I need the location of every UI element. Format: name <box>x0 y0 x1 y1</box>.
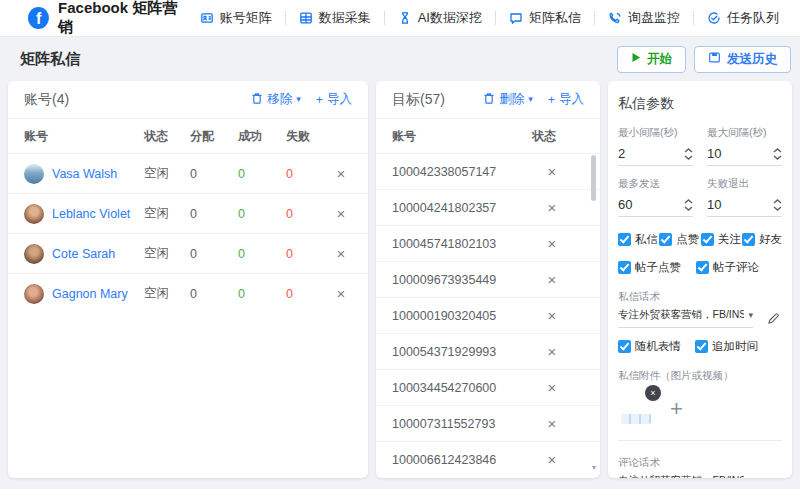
account-status: 空闲 <box>144 285 190 302</box>
page-title: 矩阵私信 <box>20 50 80 69</box>
stepper-up-button[interactable] <box>773 148 782 153</box>
send-history-button[interactable]: 发送历史 <box>694 46 791 73</box>
max-send-input[interactable]: 60 <box>618 197 693 217</box>
comment-script-select[interactable]: 专注外贸获客营销，FB/INS/WS... ▾ <box>618 474 753 478</box>
chat-bubble-icon <box>509 11 523 25</box>
nav-item-label: 矩阵私信 <box>529 9 581 27</box>
checkbox-follow[interactable]: 关注 <box>701 232 741 247</box>
max-interval-input[interactable]: 10 <box>707 146 782 166</box>
account-name-link[interactable]: Gagnon Mary <box>52 287 128 301</box>
stepper-down-button[interactable] <box>773 206 782 211</box>
remove-target-button[interactable]: × <box>544 306 561 325</box>
fail-exit-value: 10 <box>707 197 721 212</box>
dm-params-panel: 私信参数 最小间隔(秒) 2 最大间隔(秒) 10 <box>608 81 792 478</box>
account-assigned-count: 0 <box>190 207 238 221</box>
min-interval-input[interactable]: 2 <box>618 146 693 166</box>
remove-accounts-button[interactable]: 移除 ▾ <box>251 91 301 108</box>
remove-target-button[interactable]: × <box>544 234 561 253</box>
stepper-down-button[interactable] <box>773 155 782 160</box>
stepper-up-button[interactable] <box>684 148 693 153</box>
account-name-link[interactable]: Leblanc Violet <box>52 207 130 221</box>
column-header-status: 状态 <box>520 128 584 145</box>
nav-item-data-collection[interactable]: 数据采集 <box>286 9 384 27</box>
remove-target-button[interactable]: × <box>544 414 561 433</box>
remove-attachment-button[interactable]: × <box>645 385 661 401</box>
column-header-failed: 失败 <box>286 128 330 145</box>
account-assigned-count: 0 <box>190 287 238 301</box>
delete-targets-button[interactable]: 删除 ▾ <box>483 91 533 108</box>
nav-item-ai-mining[interactable]: AI数据深挖 <box>385 9 495 27</box>
add-attachment-button[interactable]: + <box>670 398 683 420</box>
accounts-panel-header: 账号(4) 移除 ▾ + 导入 <box>8 81 368 119</box>
checkbox-friend[interactable]: 好友 <box>742 232 782 247</box>
account-status: 空闲 <box>144 165 190 182</box>
app-title: Facebook 矩阵营销 <box>58 0 187 37</box>
remove-target-button[interactable]: × <box>544 342 561 361</box>
column-header-status: 状态 <box>144 128 190 145</box>
nav-item-inquiry-monitor[interactable]: 询盘监控 <box>595 9 693 27</box>
remove-target-button[interactable]: × <box>544 450 561 469</box>
checkbox-post-like[interactable]: 帖子点赞 <box>618 260 681 275</box>
import-accounts-button[interactable]: + 导入 <box>316 91 352 108</box>
checkbox-label: 好友 <box>759 232 782 247</box>
remove-account-button[interactable]: × <box>333 244 350 263</box>
account-name-link[interactable]: Vasa Walsh <box>52 167 117 181</box>
checkbox-post-comment[interactable]: 帖子评论 <box>696 260 759 275</box>
nav-item-label: AI数据深挖 <box>418 9 482 27</box>
stepper-down-button[interactable] <box>684 155 693 160</box>
remove-account-button[interactable]: × <box>333 284 350 303</box>
scroll-down-icon[interactable]: ▾ <box>592 463 596 472</box>
checkbox-random-emoji[interactable]: 随机表情 <box>618 339 681 354</box>
stepper-up-button[interactable] <box>684 199 693 204</box>
nav-item-account-matrix[interactable]: 账号矩阵 <box>187 9 285 27</box>
scrollbar-thumb[interactable] <box>591 155 596 201</box>
dm-script-select[interactable]: 专注外贸获客营销，FB/INS/WS... ▾ <box>618 308 753 328</box>
column-header-assigned: 分配 <box>190 128 238 145</box>
import-targets-label: 导入 <box>559 91 584 108</box>
nav-item-matrix-dm[interactable]: 矩阵私信 <box>496 9 594 27</box>
account-name-link[interactable]: Cote Sarah <box>52 247 115 261</box>
edit-comment-script-button[interactable] <box>765 478 782 479</box>
account-status: 空闲 <box>144 245 190 262</box>
plus-icon: + <box>316 93 323 107</box>
target-row: 100004241802357 × <box>376 189 600 225</box>
interval-fields: 最小间隔(秒) 2 最大间隔(秒) 10 <box>618 126 782 217</box>
checkbox-checked-icon <box>701 233 714 246</box>
targets-panel-header: 目标(57) 删除 ▾ + 导入 <box>376 81 600 119</box>
remove-target-button[interactable]: × <box>544 198 561 217</box>
remove-target-button[interactable]: × <box>544 270 561 289</box>
target-row: 100009673935449 × <box>376 261 600 297</box>
nav-item-label: 询盘监控 <box>628 9 680 27</box>
remove-target-button[interactable]: × <box>544 378 561 397</box>
checkbox-checked-icon <box>742 233 755 246</box>
checkbox-label: 帖子评论 <box>713 260 759 275</box>
checkbox-append-time[interactable]: 追加时间 <box>695 339 758 354</box>
comment-script-value: 专注外贸获客营销，FB/INS/WS... <box>618 474 744 478</box>
stepper-up-button[interactable] <box>773 199 782 204</box>
scrollbar[interactable] <box>591 121 596 469</box>
import-targets-button[interactable]: + 导入 <box>548 91 584 108</box>
send-history-button-label: 发送历史 <box>727 51 777 68</box>
remove-target-button[interactable]: × <box>544 162 561 181</box>
checkbox-like[interactable]: 点赞 <box>659 232 699 247</box>
target-id: 100045741802103 <box>392 237 520 251</box>
checkbox-dm[interactable]: 私信 <box>618 232 658 247</box>
action-checkboxes-row-1: 私信 点赞 关注 好友 <box>618 232 782 247</box>
remove-accounts-label: 移除 <box>267 91 292 108</box>
remove-account-button[interactable]: × <box>333 204 350 223</box>
fail-exit-input[interactable]: 10 <box>707 197 782 217</box>
stepper-down-button[interactable] <box>684 206 693 211</box>
nav-item-task-queue[interactable]: 任务队列 <box>694 9 792 27</box>
remove-account-button[interactable]: × <box>333 164 350 183</box>
nav-item-label: 任务队列 <box>727 9 779 27</box>
target-row: 100034454270600 × <box>376 369 600 405</box>
target-row: 100006612423846 × <box>376 441 600 477</box>
targets-panel-title: 目标(57) <box>392 91 445 109</box>
grid-icon <box>299 11 313 25</box>
edit-dm-script-button[interactable] <box>765 312 782 325</box>
account-assigned-count: 0 <box>190 167 238 181</box>
id-card-icon <box>200 11 214 25</box>
start-button[interactable]: 开始 <box>617 46 686 73</box>
max-send-value: 60 <box>618 197 632 212</box>
target-id: 100034454270600 <box>392 381 520 395</box>
